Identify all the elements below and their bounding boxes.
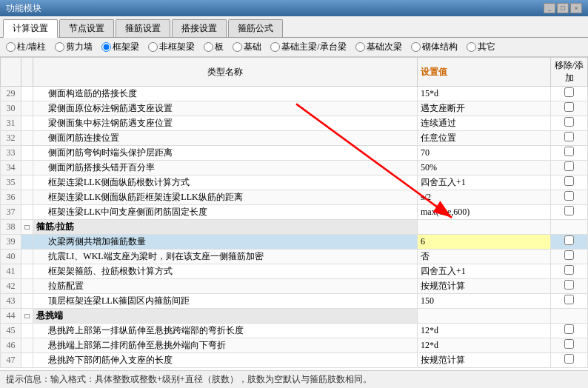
row-checkbox[interactable] <box>551 116 588 131</box>
close-button[interactable]: × <box>570 3 582 13</box>
row-number: 44 <box>1 309 21 324</box>
table-row[interactable]: 41框架架箍筋、拉筋根数计算方式四舍五入+1 <box>1 264 588 279</box>
row-group-indicator <box>21 353 33 368</box>
radio-ban[interactable]: 板 <box>204 41 224 53</box>
tab-gujin-gongshi[interactable]: 箍筋公式 <box>228 19 283 37</box>
table-row[interactable]: 34侧面闭筋搭接头错开百分率50% <box>1 161 588 175</box>
radio-jichu-ciliang[interactable]: 基础次梁 <box>355 41 402 53</box>
table-row[interactable]: 44□悬挑端 <box>1 309 588 324</box>
col-action: 移除/添加 <box>551 58 588 87</box>
row-value[interactable]: 6 <box>418 235 551 250</box>
row-value[interactable]: 四舍五入+1 <box>418 264 551 279</box>
row-number: 45 <box>1 324 21 338</box>
table-row[interactable]: 39次梁两侧共增加箍筋数量6 <box>1 235 588 250</box>
row-number: 34 <box>1 161 21 175</box>
table-row[interactable]: 38□箍筋/拉筋 <box>1 220 588 235</box>
radio-qita[interactable]: 其它 <box>467 41 495 53</box>
row-checkbox[interactable] <box>551 294 588 309</box>
row-checkbox[interactable] <box>551 146 588 161</box>
row-name: 悬挑跨下部闭筋伸入支座的长度 <box>33 353 418 368</box>
row-name: 箍筋/拉筋 <box>33 220 418 235</box>
row-number: 47 <box>1 353 21 368</box>
row-value[interactable]: s/2 <box>418 190 551 205</box>
row-value[interactable] <box>418 309 551 324</box>
table-row[interactable]: 31梁侧面集中标注钢筋遇支座位置连续通过 <box>1 116 588 131</box>
row-checkbox[interactable] <box>551 101 588 116</box>
row-checkbox[interactable] <box>551 338 588 353</box>
radio-jichu[interactable]: 基础 <box>233 41 261 53</box>
row-value[interactable]: 12*d <box>418 324 551 338</box>
table-row[interactable]: 35框架连梁LLK侧面纵筋根数计算方式四舍五入+1 <box>1 175 588 190</box>
table-row[interactable]: 45悬挑跨上部第一排纵筋伸至悬挑跨端部的弯折长度12*d <box>1 324 588 338</box>
row-group-indicator <box>21 101 33 116</box>
row-value[interactable] <box>418 220 551 235</box>
col-value: 设置值 <box>418 58 551 87</box>
table-row[interactable]: 29侧面构造筋的搭接长度15*d <box>1 87 588 101</box>
row-value[interactable]: 按规范计算 <box>418 353 551 368</box>
table-row[interactable]: 37框架连梁LLK中间支座侧面闭筋固定长度max(1ae,600) <box>1 205 588 220</box>
radio-feikuangjia[interactable]: 非框架梁 <box>148 41 195 53</box>
row-checkbox[interactable] <box>551 235 588 250</box>
row-group-indicator <box>21 87 33 101</box>
row-number: 43 <box>1 294 21 309</box>
radio-jichu-zhuliang[interactable]: 基础主梁/承台梁 <box>270 41 346 53</box>
table-row[interactable]: 42拉筋配置按规范计算 <box>1 279 588 294</box>
row-checkbox[interactable] <box>551 353 588 368</box>
row-group-indicator <box>21 324 33 338</box>
radio-qiti[interactable]: 砌体结构 <box>411 41 458 53</box>
row-number: 37 <box>1 205 21 220</box>
row-value[interactable]: 四舍五入+1 <box>418 175 551 190</box>
row-checkbox[interactable] <box>551 205 588 220</box>
radio-kuangjialiang[interactable]: 框架梁 <box>101 41 139 53</box>
row-checkbox[interactable] <box>551 190 588 205</box>
row-checkbox[interactable] <box>551 250 588 264</box>
table-row[interactable]: 36框架连梁LLK侧面纵筋距框架连梁LLK纵筋的距离s/2 <box>1 190 588 205</box>
table-row[interactable]: 47悬挑跨下部闭筋伸入支座的长度按规范计算 <box>1 353 588 368</box>
table-header-row: 类型名称 设置值 移除/添加 <box>1 58 588 87</box>
tab-jisuan[interactable]: 计算设置 <box>3 19 58 38</box>
tab-gujin[interactable]: 箍筋设置 <box>116 19 170 37</box>
row-name: 侧面闭筋弯钩时端头保护层距离 <box>33 146 418 161</box>
table-row[interactable]: 46悬挑端上部第二排闭筋伸至悬挑外端向下弯折12*d <box>1 338 588 353</box>
row-value[interactable]: 遇支座断开 <box>418 101 551 116</box>
table-row[interactable]: 30梁侧面原位标注钢筋遇支座设置遇支座断开 <box>1 101 588 116</box>
row-checkbox[interactable] <box>551 324 588 338</box>
row-value[interactable]: 否 <box>418 250 551 264</box>
row-name: 悬挑端上部第二排闭筋伸至悬挑外端向下弯折 <box>33 338 418 353</box>
table-row[interactable]: 43顶层框架连梁LLK箍固区内箍筋间距150 <box>1 294 588 309</box>
row-number: 29 <box>1 87 21 101</box>
row-value[interactable]: 150 <box>418 294 551 309</box>
table-row[interactable]: 40抗震LI、WKL端支座为梁时，则在该支座一侧箍筋加密否 <box>1 250 588 264</box>
table-row[interactable]: 32侧面闭筋连接位置任意位置 <box>1 131 588 146</box>
col-group <box>21 58 33 87</box>
row-checkbox[interactable] <box>551 220 588 235</box>
tab-dajie[interactable]: 搭接设置 <box>172 19 227 37</box>
row-checkbox[interactable] <box>551 87 588 101</box>
row-value[interactable]: 15*d <box>418 87 551 101</box>
row-value[interactable]: 任意位置 <box>418 131 551 146</box>
row-checkbox[interactable] <box>551 131 588 146</box>
radio-bar: 柱/墙柱 剪力墙 框架梁 非框架梁 板 基础 基础主梁/承台梁 基础次梁 <box>0 38 588 57</box>
main-window: 功能模块 _ □ × 计算设置 节点设置 箍筋设置 搭接设置 箍筋公式 柱/墙柱… <box>0 0 588 388</box>
row-checkbox[interactable] <box>551 264 588 279</box>
radio-jianliqiang[interactable]: 剪力墙 <box>55 41 93 53</box>
row-value[interactable]: 70 <box>418 146 551 161</box>
row-value[interactable]: 连续通过 <box>418 116 551 131</box>
row-value[interactable]: 按规范计算 <box>418 279 551 294</box>
row-value[interactable]: 12*d <box>418 338 551 353</box>
title-bar-buttons: _ □ × <box>544 3 582 13</box>
maximize-button[interactable]: □ <box>557 3 569 13</box>
row-group-indicator <box>21 235 33 250</box>
tab-jiedian[interactable]: 节点设置 <box>59 19 114 37</box>
radio-zhu-qiangzhu[interactable]: 柱/墙柱 <box>6 41 46 53</box>
row-checkbox[interactable] <box>551 309 588 324</box>
row-number: 46 <box>1 338 21 353</box>
row-value[interactable]: max(1ae,600) <box>418 205 551 220</box>
row-value[interactable]: 50% <box>418 161 551 175</box>
minimize-button[interactable]: _ <box>544 3 555 13</box>
row-checkbox[interactable] <box>551 161 588 175</box>
row-checkbox[interactable] <box>551 175 588 190</box>
row-checkbox[interactable] <box>551 279 588 294</box>
row-name: 顶层框架连梁LLK箍固区内箍筋间距 <box>33 294 418 309</box>
table-row[interactable]: 33侧面闭筋弯钩时端头保护层距离70 <box>1 146 588 161</box>
